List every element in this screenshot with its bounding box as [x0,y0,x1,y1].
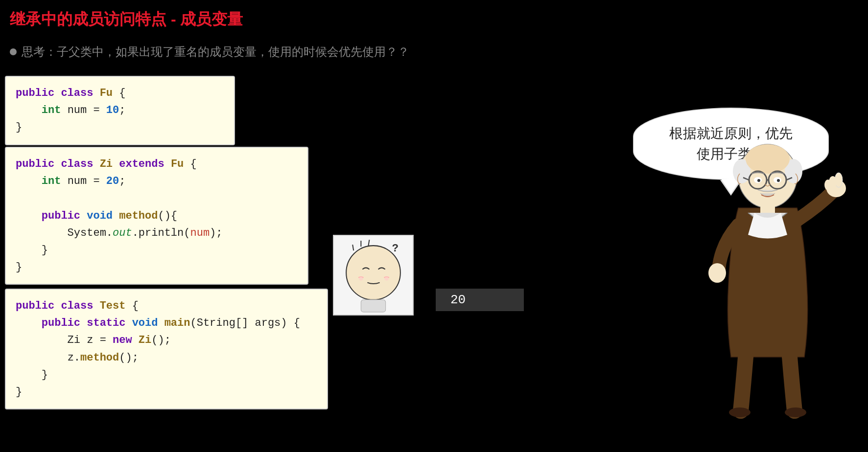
svg-point-28 [785,407,806,417]
thought-question: 思考：子父类中，如果出现了重名的成员变量，使用的时候会优先使用？？ [10,44,409,60]
svg-point-26 [824,180,831,190]
bullet-icon [10,48,17,55]
svg-point-11 [746,144,790,174]
svg-point-18 [757,179,760,182]
svg-point-22 [708,263,726,283]
svg-point-5 [359,277,363,281]
svg-text:?: ? [392,243,399,255]
code-block-test: public class Test { public static void m… [5,289,328,409]
output-box: 20 [436,289,524,311]
svg-line-1 [352,245,353,250]
svg-point-27 [729,407,751,417]
svg-line-3 [368,240,369,246]
svg-rect-7 [361,300,385,312]
code-block-fu: public class Fu { int num = 10; } [5,76,235,145]
svg-point-20 [777,179,780,182]
code-block-zi: public class Zi extends Fu { int num = 2… [5,147,308,285]
page-title: 继承中的成员访问特点 - 成员变量 [10,9,243,30]
teacher-character [682,137,853,421]
svg-point-6 [385,277,389,281]
thinking-face-image: ? [333,235,414,316]
